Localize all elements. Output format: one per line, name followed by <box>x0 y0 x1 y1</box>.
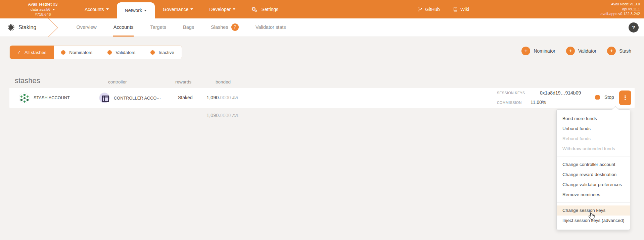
version-info: Avail Node v1.3.0 api v9.11.1 avail-apps… <box>601 2 640 18</box>
app-title: Staking <box>7 18 36 37</box>
menu-item-withdraw-unbonded-funds: Withdraw unbonded funds <box>557 144 630 154</box>
tab-bags[interactable]: Bags <box>183 18 194 37</box>
slashes-count-badge: 7 <box>231 23 239 31</box>
stop-square-icon <box>595 95 600 100</box>
commission-label: COMMISSION <box>497 101 522 105</box>
nav-accounts[interactable]: Accounts <box>77 0 117 18</box>
row-menu-button[interactable]: ⋮ <box>619 91 631 105</box>
add-nominator-button[interactable]: + Nominator <box>521 47 555 55</box>
filter-inactive[interactable]: Inactive <box>143 46 182 59</box>
wiki-link[interactable]: Wiki <box>447 0 476 18</box>
plus-icon: + <box>566 47 575 55</box>
session-keys-label: SESSION KEYS <box>497 91 525 95</box>
tabs: Overview Accounts Targets Bags Slashes7 … <box>68 18 294 37</box>
github-link[interactable]: GitHub <box>411 0 447 18</box>
table-title: stashes <box>15 76 40 85</box>
nav-settings[interactable]: ⚙⚙ Settings <box>243 0 286 18</box>
nav-governance[interactable]: Governance <box>155 0 201 18</box>
menu-item-change-session-keys[interactable]: Change session keys <box>557 205 630 216</box>
tab-overview[interactable]: Overview <box>76 18 97 37</box>
row-actions-menu: Bond more funds Unbond funds Rebond fund… <box>556 109 630 230</box>
spacer <box>476 0 600 18</box>
chevron-down-icon <box>144 10 147 11</box>
stash-filter-group: ✓ All stashes Nominators Validators Inac… <box>9 45 182 59</box>
tab-targets[interactable]: Targets <box>150 18 167 37</box>
controller-cell: CONTROLLER ACCO⋯ <box>99 93 161 103</box>
filter-validators[interactable]: Validators <box>100 46 143 59</box>
table-row: STASH ACCOUNT CONTROLLER ACCO⋯ Staked 1,… <box>9 88 635 108</box>
commission-value: 11.00% <box>531 100 546 105</box>
menu-item-inject-session-keys[interactable]: Inject session keys (advanced) <box>557 216 630 226</box>
column-rewards: rewards <box>175 79 191 84</box>
chain-name: Avail Testnet 03 <box>18 2 67 7</box>
controller-identicon <box>99 93 110 103</box>
app-title-label: Staking <box>18 24 36 31</box>
column-bonded: bonded <box>216 79 231 84</box>
content: ✓ All stashes Nominators Validators Inac… <box>0 37 644 240</box>
table-header: stashes controller rewards bonded <box>9 67 635 88</box>
stash-account-name[interactable]: STASH ACCOUNT <box>34 96 70 100</box>
chevron-down-icon <box>52 9 55 10</box>
tab-slashes[interactable]: Slashes7 <box>211 18 239 37</box>
bonded-value: 1,090.0000AVL <box>206 95 239 100</box>
add-validator-button[interactable]: + Validator <box>566 47 596 55</box>
filter-all-stashes[interactable]: ✓ All stashes <box>10 46 54 59</box>
book-icon <box>453 7 458 12</box>
menu-item-bond-more-funds[interactable]: Bond more funds <box>557 114 630 124</box>
orange-dot-icon <box>107 50 112 55</box>
help-button[interactable]: ? <box>629 22 639 33</box>
stashes-table: stashes controller rewards bonded STASH … <box>9 67 635 124</box>
nav-network[interactable]: Network <box>117 2 155 18</box>
orange-dot-icon <box>61 50 65 55</box>
spacer <box>286 0 411 18</box>
chevron-down-icon <box>106 8 109 10</box>
node-version: Avail Node v1.3.0 <box>601 2 640 7</box>
chain-block-number: #718,646 <box>18 12 67 17</box>
menu-item-change-reward-destination[interactable]: Change reward destination <box>557 170 630 180</box>
chevron-down-icon <box>190 8 193 10</box>
nav-developer[interactable]: Developer <box>201 0 243 18</box>
tab-accounts[interactable]: Accounts <box>113 18 134 37</box>
plus-icon: + <box>521 47 530 55</box>
tab-validator-stats[interactable]: Validator stats <box>255 18 286 37</box>
menu-item-change-controller-account[interactable]: Change controller account <box>557 160 630 170</box>
controller-account-name[interactable]: CONTROLLER ACCO⋯ <box>114 96 161 101</box>
breadcrumb-chevron <box>47 18 60 37</box>
menu-divider <box>557 202 630 203</box>
menu-item-remove-nominees[interactable]: Remove nominees <box>557 190 630 200</box>
chevron-down-icon <box>233 8 235 10</box>
staking-gear-icon <box>7 24 15 31</box>
apps-version: avail-apps v0.122.3-242 <box>601 11 640 16</box>
bonded-total: 1,090.0000AVL <box>206 113 239 118</box>
add-stash-button[interactable]: + Stash <box>607 47 631 55</box>
top-bar: Avail Testnet 03 data-avail/6 #718,646 A… <box>0 0 644 18</box>
plus-icon: + <box>607 47 616 55</box>
api-version: api v9.11.1 <box>601 7 640 12</box>
column-controller: controller <box>108 79 127 84</box>
session-keys-value: 0x1a8d19…914b09 <box>540 90 581 96</box>
main-nav: Accounts Network Governance Developer ⚙⚙… <box>77 0 286 18</box>
orange-dot-icon <box>150 50 155 55</box>
menu-item-change-validator-preferences[interactable]: Change validator preferences <box>557 180 630 190</box>
git-branch-icon <box>418 7 423 12</box>
menu-divider <box>557 157 630 157</box>
chain-node: data-avail/6 <box>18 7 67 12</box>
filter-nominators[interactable]: Nominators <box>54 46 100 59</box>
stash-identicon <box>19 93 30 103</box>
stash-cell: STASH ACCOUNT <box>19 93 70 103</box>
rewards-value: Staked <box>178 95 193 100</box>
chain-selector[interactable]: Avail Testnet 03 data-avail/6 #718,646 <box>18 0 67 18</box>
menu-item-rebond-funds: Rebond funds <box>557 134 630 144</box>
stop-button[interactable]: Stop <box>595 95 614 100</box>
menu-item-unbond-funds[interactable]: Unbond funds <box>557 124 630 134</box>
add-actions: + Nominator + Validator + Stash <box>511 47 631 55</box>
tab-bar: Staking Overview Accounts Targets Bags S… <box>0 18 644 37</box>
table-footer: 1,090.0000AVL <box>9 108 635 124</box>
check-icon: ✓ <box>17 50 21 55</box>
gear-icon: ⚙⚙ <box>251 6 259 12</box>
